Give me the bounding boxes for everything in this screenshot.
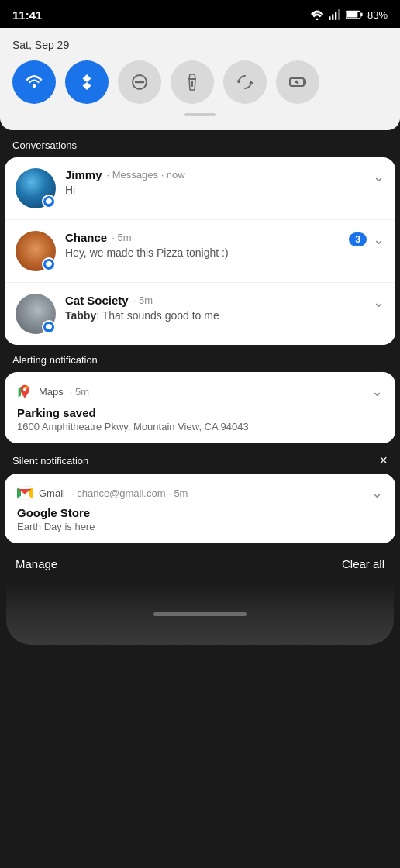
alerting-app-name: Maps	[39, 386, 64, 398]
conv-content-jimmy: Jimmy · Messages · now Hi	[65, 168, 373, 196]
alerting-time: · 5m	[70, 386, 89, 398]
svg-point-8	[33, 84, 36, 88]
qs-flashlight-toggle[interactable]	[171, 60, 214, 104]
battery-percent: 83%	[367, 9, 388, 21]
conv-right-chance: 3 ⌄	[349, 231, 384, 248]
manage-button[interactable]: Manage	[16, 557, 57, 570]
svg-rect-6	[360, 13, 362, 17]
avatar-wrap-jimmy	[16, 168, 56, 208]
conv-badge-chance: 3	[349, 232, 367, 246]
conv-header-cat: Cat Society · 5m	[65, 294, 373, 307]
wifi-icon	[310, 9, 324, 20]
qs-bluetooth-toggle[interactable]	[65, 60, 109, 104]
conv-right-cat: ⌄	[373, 294, 384, 311]
battery-icon	[346, 10, 363, 19]
gmail-email: · chance@gmail.com · 5m	[71, 487, 188, 499]
silent-close-button[interactable]: ×	[379, 453, 388, 469]
conv-sender-cat: Tabby	[65, 309, 96, 322]
conv-right-jimmy: ⌄	[373, 168, 384, 185]
messages-app-icon-jimmy	[42, 195, 56, 208]
qs-date: Sat, Sep 29	[12, 39, 388, 51]
conv-content-cat: Cat Society · 5m Tabby: That sounds good…	[65, 294, 373, 322]
svg-rect-1	[329, 16, 330, 20]
svg-rect-3	[335, 12, 336, 20]
messages-app-icon-chance	[42, 257, 56, 271]
conversation-jimmy[interactable]: Jimmy · Messages · now Hi ⌄	[5, 157, 395, 220]
qs-handle[interactable]	[184, 113, 216, 116]
qs-rotation-toggle[interactable]	[223, 60, 267, 104]
quick-settings-panel: Sat, Sep 29	[0, 28, 400, 130]
alerting-section-label: Alerting notification	[0, 346, 400, 372]
gmail-text: Earth Day is here	[17, 521, 383, 532]
alerting-header: Maps · 5m ⌄	[17, 383, 383, 400]
avatar-wrap-chance	[16, 231, 56, 271]
gmail-app-info: Gmail · chance@gmail.com · 5m	[17, 486, 188, 500]
qs-dnd-toggle[interactable]	[118, 60, 161, 104]
chevron-cat[interactable]: ⌄	[373, 294, 384, 311]
conv-app-cat: · 5m	[133, 294, 153, 306]
svg-point-0	[316, 19, 318, 21]
home-indicator[interactable]	[153, 612, 247, 616]
conversation-chance[interactable]: Chance · 5m Hey, we made this Pizza toni…	[5, 220, 395, 283]
conv-app-jimmy: · Messages · now	[107, 169, 185, 181]
conv-message-cat: Tabby: That sounds good to me	[65, 309, 373, 322]
silent-notification-header: Silent notification ×	[0, 445, 400, 474]
conv-name-cat: Cat Society	[65, 294, 129, 307]
conv-name-jimmy: Jimmy	[65, 168, 102, 181]
svg-rect-2	[332, 14, 333, 20]
avatar-wrap-cat	[16, 294, 56, 334]
gmail-icon	[17, 486, 33, 500]
conv-message-chance: Hey, we made this Pizza tonight :)	[65, 246, 349, 259]
silent-section-label: Silent notification	[12, 455, 88, 467]
qs-toggles	[12, 60, 388, 104]
bottom-bar: Manage Clear all	[0, 545, 400, 583]
chevron-jimmy[interactable]: ⌄	[373, 168, 384, 185]
conversation-cat-society[interactable]: Cat Society · 5m Tabby: That sounds good…	[5, 283, 395, 345]
status-bar: 11:41 83%	[0, 0, 400, 28]
conversations-section-label: Conversations	[0, 132, 400, 157]
svg-rect-4	[338, 9, 340, 20]
maps-icon	[17, 384, 33, 399]
chevron-chance[interactable]: ⌄	[373, 231, 384, 248]
conv-message-jimmy: Hi	[65, 184, 373, 196]
alerting-chevron[interactable]: ⌄	[371, 383, 383, 400]
signal-icon	[329, 9, 341, 20]
svg-rect-7	[347, 12, 357, 17]
svg-line-19	[297, 82, 298, 84]
conv-header-chance: Chance · 5m	[65, 231, 349, 244]
status-time: 11:41	[12, 9, 42, 22]
qs-wifi-toggle[interactable]	[12, 60, 56, 104]
alerting-text: 1600 Amphitheatre Pkwy, Mountain View, C…	[17, 421, 383, 432]
status-icons: 83%	[310, 9, 388, 21]
messages-app-icon-cat	[42, 320, 56, 334]
conv-name-chance: Chance	[65, 231, 107, 244]
clear-all-button[interactable]: Clear all	[342, 557, 384, 570]
alerting-title: Parking saved	[17, 406, 383, 419]
conv-content-chance: Chance · 5m Hey, we made this Pizza toni…	[65, 231, 349, 259]
gmail-header: Gmail · chance@gmail.com · 5m ⌄	[17, 484, 383, 501]
gmail-chevron[interactable]: ⌄	[371, 484, 383, 501]
silent-notification-card[interactable]: Gmail · chance@gmail.com · 5m ⌄ Google S…	[5, 474, 395, 543]
qs-battery-saver-toggle[interactable]	[276, 60, 319, 104]
alerting-notification-card[interactable]: Maps · 5m ⌄ Parking saved 1600 Amphithea…	[5, 372, 395, 443]
svg-rect-16	[304, 80, 305, 84]
gmail-title: Google Store	[17, 506, 383, 519]
conversations-card: Jimmy · Messages · now Hi ⌄ Chance · 5m …	[5, 157, 395, 345]
gmail-app-name: Gmail	[39, 487, 65, 499]
bottom-blur-area	[6, 583, 394, 645]
conv-app-chance: · 5m	[112, 232, 131, 243]
conv-header-jimmy: Jimmy · Messages · now	[65, 168, 373, 181]
alerting-app-info: Maps · 5m	[17, 384, 89, 399]
